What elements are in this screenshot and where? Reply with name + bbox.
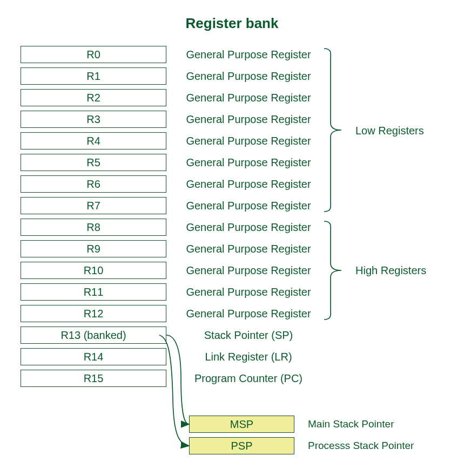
reg-r4-label: R4 — [86, 135, 100, 147]
reg-r4-desc: General Purpose Register — [176, 132, 321, 149]
sp-psp-desc: Processs Stack Pointer — [308, 437, 448, 454]
reg-r11: R11 — [21, 283, 166, 301]
reg-r5-label: R5 — [86, 157, 100, 169]
reg-r6-desc: General Purpose Register — [176, 175, 321, 193]
reg-r2-label: R2 — [86, 92, 100, 104]
reg-r9-label: R9 — [86, 243, 100, 255]
reg-r12: R12 — [21, 305, 166, 322]
reg-r13-label: R13 (banked) — [60, 329, 126, 342]
reg-r11-label: R11 — [84, 286, 104, 298]
reg-r13: R13 (banked) — [21, 327, 166, 344]
reg-r3-desc: General Purpose Register — [176, 111, 321, 128]
reg-r7-desc: General Purpose Register — [176, 197, 321, 214]
reg-r9: R9 — [21, 240, 166, 257]
reg-r11-desc: General Purpose Register — [176, 283, 321, 301]
reg-r5-desc: General Purpose Register — [176, 154, 321, 171]
reg-r4: R4 — [21, 132, 166, 149]
reg-r7-label: R7 — [86, 200, 100, 212]
reg-r1: R1 — [21, 67, 166, 85]
reg-r6-label: R6 — [86, 178, 100, 191]
reg-r10: R10 — [21, 262, 166, 279]
register-bank-diagram: Register bank R0 General Purpose Registe… — [0, 0, 464, 476]
reg-r15: R15 — [21, 370, 166, 387]
reg-r5: R5 — [21, 154, 166, 171]
brace-low-icon — [324, 49, 341, 212]
reg-r12-label: R12 — [84, 308, 104, 320]
sp-msp-desc: Main Stack Pointer — [308, 416, 448, 433]
sp-psp: PSP — [189, 437, 294, 454]
reg-r3: R3 — [21, 111, 166, 128]
high-registers-label: High Registers — [355, 264, 426, 277]
reg-r13-desc: Stack Pointer (SP) — [176, 327, 321, 344]
reg-r15-desc: Program Counter (PC) — [176, 370, 321, 387]
reg-r2: R2 — [21, 89, 166, 106]
reg-r8-label: R8 — [86, 221, 100, 234]
reg-r1-desc: General Purpose Register — [176, 67, 321, 85]
reg-r8: R8 — [21, 219, 166, 236]
reg-r10-label: R10 — [84, 264, 104, 277]
reg-r14: R14 — [21, 348, 166, 365]
reg-r12-desc: General Purpose Register — [176, 305, 321, 322]
reg-r0-label: R0 — [86, 49, 100, 61]
reg-r14-label: R14 — [84, 351, 104, 363]
sp-msp: MSP — [189, 416, 294, 433]
sp-msp-label: MSP — [230, 418, 253, 431]
reg-r0-desc: General Purpose Register — [176, 46, 321, 63]
reg-r7: R7 — [21, 197, 166, 214]
brace-high-icon — [324, 221, 341, 319]
reg-r10-desc: General Purpose Register — [176, 262, 321, 279]
sp-psp-label: PSP — [231, 440, 252, 452]
reg-r2-desc: General Purpose Register — [176, 89, 321, 106]
reg-r3-label: R3 — [86, 113, 100, 126]
reg-r1-label: R1 — [86, 70, 100, 83]
reg-r14-desc: Link Register (LR) — [176, 348, 321, 365]
diagram-title: Register bank — [0, 15, 464, 32]
low-registers-label: Low Registers — [355, 125, 424, 137]
reg-r9-desc: General Purpose Register — [176, 240, 321, 257]
reg-r8-desc: General Purpose Register — [176, 219, 321, 236]
reg-r6: R6 — [21, 175, 166, 193]
reg-r0: R0 — [21, 46, 166, 63]
reg-r15-label: R15 — [84, 372, 104, 385]
